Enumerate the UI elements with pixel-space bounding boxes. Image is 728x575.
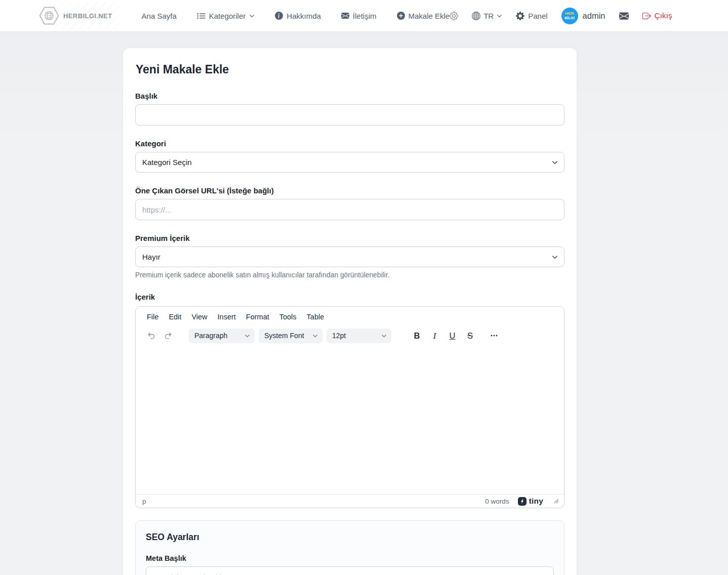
premium-label: Premium İçerik xyxy=(135,234,564,242)
field-content: İçerik File Edit View Insert Format Tool… xyxy=(135,293,564,508)
font-size-select[interactable]: 12pt xyxy=(327,328,391,343)
navbar-right: TR Panel HER BİLGİ admin xyxy=(450,8,672,24)
nav-item-contact[interactable]: İletişim xyxy=(341,12,377,20)
panel-link[interactable]: Panel xyxy=(516,12,547,20)
chevron-down-icon xyxy=(312,333,318,339)
avatar: HER BİLGİ xyxy=(561,8,578,24)
underline-button[interactable]: U xyxy=(443,328,461,343)
nav-item-home[interactable]: Ana Sayfa xyxy=(142,12,177,20)
category-selected-value: Kategori Seçin xyxy=(142,158,192,167)
field-title: Başlık xyxy=(135,92,564,126)
more-options-icon[interactable] xyxy=(486,328,503,343)
nav-item-categories[interactable]: Kategoriler xyxy=(197,12,255,20)
nav-item-about-label: Hakkımda xyxy=(287,12,321,20)
font-family-value: System Font xyxy=(264,332,304,340)
plus-circle-icon xyxy=(397,12,405,20)
nav-item-home-label: Ana Sayfa xyxy=(142,12,177,20)
avatar-text-bottom: BİLGİ xyxy=(564,16,575,20)
info-circle-icon xyxy=(275,12,283,20)
block-format-select[interactable]: Paragraph xyxy=(189,328,255,343)
tiny-brand-text: tiny xyxy=(529,497,543,506)
seo-title: SEO Ayarları xyxy=(146,532,554,543)
menu-tools[interactable]: Tools xyxy=(274,311,302,323)
image-url-input[interactable] xyxy=(135,199,564,220)
menu-format[interactable]: Format xyxy=(241,311,274,323)
brand-text: HERBILGI.NET xyxy=(63,12,112,20)
list-icon xyxy=(197,12,206,20)
word-count[interactable]: 0 words xyxy=(485,498,509,505)
nav-item-add-article-label: Makale Ekle xyxy=(409,12,450,20)
avatar-text-top: HER xyxy=(565,12,574,16)
strikethrough-button[interactable]: S xyxy=(461,328,479,343)
brand-logo[interactable]: HERBILGI.NET xyxy=(38,3,119,29)
nav-item-add-article[interactable]: Makale Ekle xyxy=(397,12,450,20)
font-family-select[interactable]: System Font xyxy=(259,328,322,343)
theme-toggle-gear-icon[interactable] xyxy=(450,12,458,20)
editor-menubar: File Edit View Insert Format Tools Table xyxy=(136,307,564,323)
language-selector[interactable]: TR xyxy=(472,12,502,20)
menu-view[interactable]: View xyxy=(186,311,212,323)
block-format-value: Paragraph xyxy=(194,332,227,340)
editor-statusbar: p 0 words tiny xyxy=(136,494,564,508)
logout-link[interactable]: Çıkış xyxy=(642,11,672,20)
nav-item-about[interactable]: Hakkımda xyxy=(275,12,321,20)
field-image-url: Öne Çıkan Görsel URL'si (İsteğe bağlı) xyxy=(135,186,564,220)
element-path[interactable]: p xyxy=(142,498,146,505)
image-url-label: Öne Çıkan Görsel URL'si (İsteğe bağlı) xyxy=(135,186,564,195)
chevron-down-icon xyxy=(245,333,250,339)
language-label: TR xyxy=(483,12,494,20)
redo-icon[interactable] xyxy=(159,328,177,343)
add-article-card: Yeni Makale Ekle Başlık Kategori Kategor… xyxy=(123,48,577,575)
chevron-down-icon xyxy=(497,13,502,19)
editor-toolbar: Paragraph System Font 12pt xyxy=(136,323,564,349)
meta-title-label: Meta Başlık xyxy=(146,554,554,562)
category-select[interactable]: Kategori Seçin xyxy=(135,152,564,173)
meta-title-input[interactable] xyxy=(146,566,554,575)
chevron-down-icon xyxy=(552,159,558,166)
menu-file[interactable]: File xyxy=(142,311,164,323)
font-size-value: 12pt xyxy=(332,332,346,340)
globe-icon xyxy=(472,12,480,20)
hexagon-globe-logo-icon xyxy=(38,5,60,27)
tiny-logo-icon xyxy=(518,497,527,506)
menu-edit[interactable]: Edit xyxy=(164,311,186,323)
seo-settings-card: SEO Ayarları Meta Başlık xyxy=(135,520,564,575)
editor-content-area[interactable] xyxy=(136,349,564,494)
content-label: İçerik xyxy=(135,293,564,301)
field-category: Kategori Kategori Seçin xyxy=(135,139,564,173)
title-input[interactable] xyxy=(135,104,564,126)
premium-help-text: Premium içerik sadece abonelik satın alm… xyxy=(135,271,564,279)
logout-label: Çıkış xyxy=(655,11,672,20)
gear-icon xyxy=(516,12,524,20)
messages-envelope-icon[interactable] xyxy=(619,11,629,21)
chevron-down-icon xyxy=(249,13,255,19)
envelope-icon xyxy=(341,12,349,20)
panel-label: Panel xyxy=(528,12,547,20)
user-menu[interactable]: HER BİLGİ admin xyxy=(561,8,605,24)
field-meta-title: Meta Başlık xyxy=(146,554,554,575)
menu-insert[interactable]: Insert xyxy=(213,311,241,323)
premium-selected-value: Hayır xyxy=(142,253,160,261)
rich-text-editor: File Edit View Insert Format Tools Table xyxy=(135,306,564,508)
italic-button[interactable]: I xyxy=(426,328,443,343)
navbar: HERBILGI.NET Ana Sayfa Kategoriler xyxy=(0,0,728,32)
resize-handle-icon[interactable] xyxy=(554,499,559,504)
bold-button[interactable]: B xyxy=(408,328,426,343)
undo-icon[interactable] xyxy=(142,328,159,343)
nav-item-categories-label: Kategoriler xyxy=(209,12,246,20)
title-label: Başlık xyxy=(135,92,564,100)
username: admin xyxy=(583,11,605,21)
nav-links: Ana Sayfa Kategoriler Hakkımda xyxy=(142,12,450,20)
chevron-down-icon xyxy=(381,333,387,339)
field-premium: Premium İçerik Hayır Premium içerik sade… xyxy=(135,234,564,279)
page-title: Yeni Makale Ekle xyxy=(136,63,564,76)
logout-icon xyxy=(642,12,651,20)
chevron-down-icon xyxy=(552,254,558,260)
menu-table[interactable]: Table xyxy=(302,311,330,323)
tiny-brand[interactable]: tiny xyxy=(518,497,543,506)
premium-select[interactable]: Hayır xyxy=(135,247,564,267)
nav-item-contact-label: İletişim xyxy=(353,12,377,20)
category-label: Kategori xyxy=(135,139,564,148)
